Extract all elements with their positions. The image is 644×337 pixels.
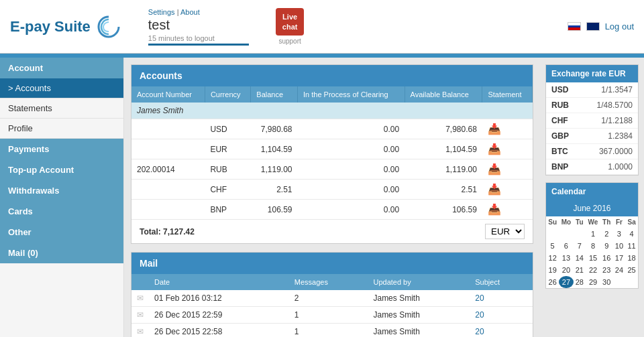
exchange-rate-row: RUB1/48.5700 — [546, 98, 638, 113]
sidebar-item-statements[interactable]: Statements — [0, 98, 123, 119]
calendar-day[interactable]: 16 — [600, 252, 613, 264]
right-panel: Exchange rate EUR USD1/1.3547RUB1/48.570… — [540, 58, 644, 337]
calendar-day[interactable]: 3 — [613, 228, 626, 240]
subject-link[interactable]: 20 — [475, 293, 484, 303]
exchange-currency: CHF — [551, 116, 575, 125]
subject-cell[interactable]: 20 — [470, 324, 533, 338]
sidebar-item-accounts[interactable]: > Accounts — [0, 78, 123, 98]
calendar-day[interactable]: 2 — [600, 228, 613, 240]
download-cell: 📥 — [482, 200, 533, 220]
currency-cell: EUR — [205, 139, 250, 159]
sidebar-section-cards[interactable]: Cards — [0, 201, 123, 222]
download-icon[interactable]: 📥 — [488, 123, 501, 135]
calendar-day[interactable]: 1 — [586, 228, 600, 240]
download-icon[interactable]: 📥 — [488, 163, 501, 175]
mail-icon-cell: ✉ — [131, 290, 149, 307]
calendar-day[interactable]: 10 — [613, 240, 626, 252]
exchange-rate: 1/48.5700 — [597, 100, 633, 110]
messages-cell: 2 — [289, 290, 368, 307]
subject-cell[interactable]: 20 — [470, 290, 533, 307]
calendar-day[interactable]: 20 — [559, 264, 573, 276]
calendar-day[interactable]: 28 — [574, 276, 586, 288]
exchange-box: Exchange rate EUR USD1/1.3547RUB1/48.570… — [545, 64, 639, 176]
calendar-table: SuMoTuWeThFrSa 1234567891011121314151617… — [546, 216, 638, 288]
subject-link[interactable]: 20 — [475, 327, 484, 336]
mail-icon: ✉ — [137, 293, 144, 303]
currency-selector[interactable]: EUR USD RUB — [485, 224, 525, 239]
exchange-currency: BNP — [551, 162, 575, 172]
table-row: BNP 106.59 0.00 106.59 📥 — [131, 200, 533, 220]
calendar-day — [613, 276, 626, 288]
exchange-currency: RUB — [551, 100, 575, 110]
sidebar-section-other[interactable]: Other — [0, 222, 123, 243]
sidebar-item-profile[interactable]: Profile — [0, 119, 123, 139]
content-area: Accounts Account Number Currency Balance… — [124, 58, 540, 337]
date-cell: 26 Dec 2015 22:58 — [149, 324, 289, 338]
calendar-day[interactable]: 6 — [559, 240, 573, 252]
account-number-cell — [131, 200, 205, 220]
col-mail-icon — [131, 274, 149, 290]
mail-icon: ✉ — [137, 327, 144, 336]
calendar-day[interactable]: 12 — [546, 252, 559, 264]
calendar-day[interactable]: 27 — [559, 276, 573, 288]
calendar-day[interactable]: 19 — [546, 264, 559, 276]
exchange-currency: BTC — [551, 147, 575, 156]
exchange-rates: USD1/1.3547RUB1/48.5700CHF1/1.2188GBP1.2… — [546, 82, 638, 175]
calendar-day[interactable]: 30 — [600, 276, 613, 288]
download-icon[interactable]: 📥 — [488, 143, 501, 155]
calendar-day-header: Tu — [574, 216, 586, 228]
calendar-day[interactable]: 4 — [625, 228, 638, 240]
exchange-rate-row: BTC367.0000 — [546, 144, 638, 159]
calendar-day[interactable]: 18 — [625, 252, 638, 264]
table-row: ✉ 26 Dec 2015 22:58 1 James Smith 20 — [131, 324, 533, 338]
sidebar-section-topup[interactable]: Top-up Account — [0, 159, 123, 180]
calendar-day[interactable]: 14 — [574, 252, 586, 264]
download-icon[interactable]: 📥 — [488, 204, 501, 215]
flag-ru-icon[interactable] — [568, 22, 581, 31]
exchange-rate: 1/1.2188 — [601, 116, 633, 125]
messages-cell: 1 — [289, 324, 368, 338]
calendar-day[interactable]: 23 — [600, 264, 613, 276]
calendar-day[interactable]: 24 — [613, 264, 626, 276]
download-cell: 📥 — [482, 119, 533, 139]
calendar-day[interactable]: 29 — [586, 276, 600, 288]
currency-cell: BNP — [205, 200, 250, 220]
balance-cell: 7,980.68 — [251, 119, 298, 139]
sidebar-section-withdrawals[interactable]: Withdrawals — [0, 180, 123, 201]
timeout-bar — [148, 44, 249, 46]
subject-cell[interactable]: 20 — [470, 307, 533, 324]
calendar-day[interactable]: 5 — [546, 240, 559, 252]
available-cell: 7,980.68 — [405, 119, 482, 139]
logout-button[interactable]: Log out — [605, 21, 634, 31]
flag-uk-icon[interactable] — [586, 22, 600, 31]
calendar-day[interactable]: 8 — [586, 240, 600, 252]
live-chat-button[interactable]: Live chat — [276, 8, 305, 36]
exchange-rate-row: USD1/1.3547 — [546, 82, 638, 98]
subject-link[interactable]: 20 — [475, 310, 484, 320]
updated-cell: James Smith — [368, 324, 470, 338]
calendar-day[interactable]: 7 — [574, 240, 586, 252]
table-row: ✉ 01 Feb 2016 03:12 2 James Smith 20 — [131, 290, 533, 307]
calendar-day-header: Fr — [613, 216, 626, 228]
calendar-day[interactable]: 9 — [600, 240, 613, 252]
calendar-day[interactable]: 13 — [559, 252, 573, 264]
download-cell: 📥 — [482, 159, 533, 180]
calendar-day[interactable]: 25 — [625, 264, 638, 276]
calendar-day[interactable]: 17 — [613, 252, 626, 264]
sidebar-section-mail[interactable]: Mail (0) — [0, 243, 123, 263]
account-name-row: James Smith — [131, 103, 533, 119]
calendar-day[interactable]: 15 — [586, 252, 600, 264]
sidebar-section-payments[interactable]: Payments — [0, 139, 123, 159]
calendar-day[interactable]: 26 — [546, 276, 559, 288]
download-icon[interactable]: 📥 — [488, 184, 501, 195]
sidebar: Account > Accounts Statements Profile Pa… — [0, 58, 124, 337]
exchange-header: Exchange rate EUR — [546, 65, 638, 82]
calendar-day[interactable]: 11 — [625, 240, 638, 252]
calendar-day[interactable]: 21 — [574, 264, 586, 276]
calendar-day[interactable]: 22 — [586, 264, 600, 276]
about-link[interactable]: About — [180, 8, 200, 16]
available-cell: 1,104.59 — [405, 139, 482, 159]
settings-link[interactable]: Settings — [148, 8, 175, 16]
col-messages: Messages — [289, 274, 368, 290]
balance-cell: 106.59 — [251, 200, 298, 220]
